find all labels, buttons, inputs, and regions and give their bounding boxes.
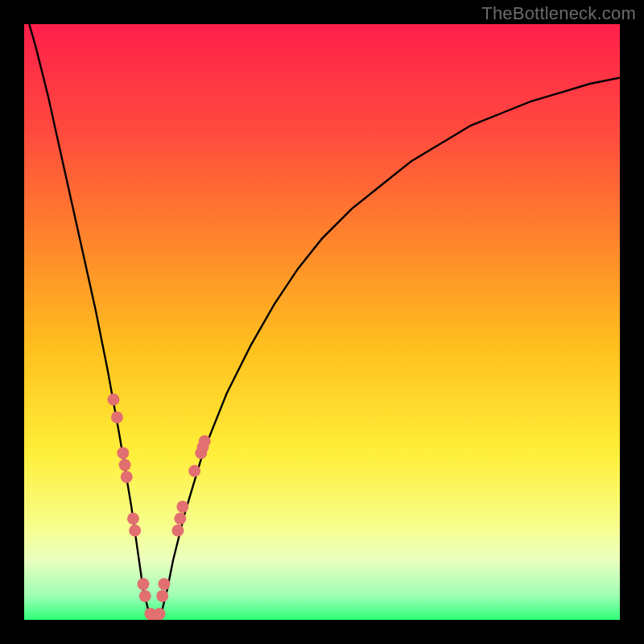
dot bbox=[119, 459, 131, 471]
dot bbox=[158, 578, 170, 590]
bottleneck-curve bbox=[24, 24, 620, 620]
dot bbox=[111, 411, 123, 423]
dot bbox=[139, 590, 151, 602]
dot bbox=[117, 447, 129, 459]
dot bbox=[174, 513, 186, 525]
dot bbox=[171, 525, 184, 537]
dot bbox=[176, 501, 188, 513]
dot bbox=[188, 465, 200, 477]
curve-layer bbox=[24, 24, 620, 620]
dot bbox=[129, 525, 141, 537]
dot bbox=[108, 394, 120, 406]
highlight-dots bbox=[108, 394, 211, 620]
attribution-label: TheBottleneck.com bbox=[481, 3, 636, 24]
dot bbox=[199, 436, 211, 448]
dot bbox=[138, 578, 150, 590]
dot bbox=[121, 471, 133, 483]
dot bbox=[156, 590, 168, 602]
chart-frame: TheBottleneck.com bbox=[0, 0, 644, 644]
plot-area bbox=[24, 24, 620, 620]
dot bbox=[127, 513, 139, 525]
dot bbox=[153, 608, 165, 620]
